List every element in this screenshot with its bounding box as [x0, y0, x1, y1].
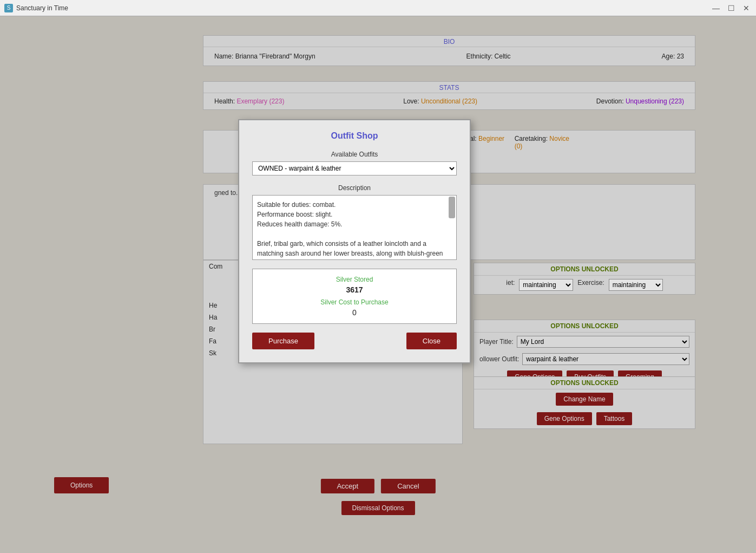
modal-buttons: Purchase Close [252, 333, 457, 349]
scrollbar-thumb[interactable] [449, 197, 455, 218]
outfit-select[interactable]: OWNED - warpaint & leather [252, 161, 457, 175]
silver-stored-label: Silver Stored [259, 276, 450, 283]
description-text: Suitable for duties: combat. Performance… [257, 201, 443, 260]
main-content: BIO Name: Brianna "Firebrand" Morgyn Eth… [0, 16, 756, 553]
silver-amount: 3617 [259, 285, 450, 294]
silver-cost-label: Silver Cost to Purchase [259, 298, 450, 306]
purchase-button[interactable]: Purchase [252, 333, 314, 349]
outfit-shop-modal: Outfit Shop Available Outfits OWNED - wa… [238, 119, 471, 363]
close-button[interactable]: ✕ [741, 3, 752, 14]
maximize-button[interactable]: ☐ [726, 3, 737, 14]
app-title: Sanctuary in Time [16, 4, 68, 12]
app-icon: S [4, 4, 13, 12]
title-bar: S Sanctuary in Time — ☐ ✕ [0, 0, 756, 16]
silver-box: Silver Stored 3617 Silver Cost to Purcha… [252, 269, 457, 324]
minimize-button[interactable]: — [711, 3, 721, 14]
outfit-shop-title: Outfit Shop [252, 131, 457, 141]
description-box: Suitable for duties: combat. Performance… [252, 195, 457, 260]
close-button-modal[interactable]: Close [406, 333, 457, 349]
available-outfits-label: Available Outfits [252, 151, 457, 158]
window-controls: — ☐ ✕ [711, 3, 752, 14]
silver-cost-amount: 0 [259, 308, 450, 317]
description-label: Description [252, 184, 457, 192]
